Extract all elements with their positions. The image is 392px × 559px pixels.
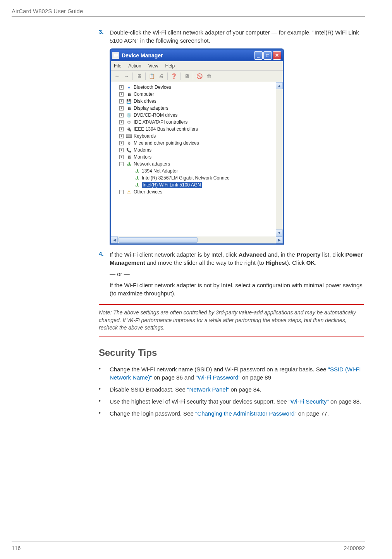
tree-label: Other devices bbox=[134, 189, 162, 195]
bullet-3: • Use the highest level of Wi-Fi securit… bbox=[99, 397, 364, 405]
maximize-button[interactable]: □ bbox=[263, 51, 272, 60]
expand-icon[interactable]: + bbox=[119, 148, 124, 152]
window-titlebar: 🖳 Device Manager _ □ ✕ bbox=[111, 50, 283, 61]
close-button[interactable]: ✕ bbox=[273, 51, 281, 60]
doc-number: 2400092 bbox=[344, 545, 365, 551]
expand-icon[interactable]: + bbox=[119, 106, 124, 110]
tree-row-mice[interactable]: + 🖱 Mice and other pointing devices bbox=[112, 140, 275, 147]
expand-icon[interactable]: + bbox=[119, 113, 124, 117]
minimize-button[interactable]: _ bbox=[254, 51, 263, 60]
expand-icon[interactable]: + bbox=[119, 120, 124, 124]
ieee-icon: 🔌 bbox=[126, 126, 132, 132]
vertical-scrollbar[interactable]: ▲ ▼ bbox=[276, 82, 283, 236]
help-icon[interactable]: ❓ bbox=[170, 72, 178, 80]
menu-view[interactable]: View bbox=[148, 63, 158, 69]
forward-icon[interactable]: → bbox=[122, 72, 130, 80]
link-admin-password[interactable]: "Changing the Administrator Password" bbox=[195, 410, 297, 417]
scroll-h-track[interactable] bbox=[118, 236, 276, 243]
step-3-text: Double-click the Wi-Fi client network ad… bbox=[110, 28, 364, 45]
tree-label: Keyboards bbox=[134, 133, 156, 139]
collapse-icon[interactable]: − bbox=[119, 190, 124, 194]
keyboard-icon: ⌨ bbox=[126, 133, 132, 139]
security-tips-heading: Security Tips bbox=[99, 347, 364, 358]
expand-icon[interactable]: + bbox=[119, 127, 124, 131]
scroll-right-icon[interactable]: ▶ bbox=[276, 236, 283, 243]
tree-label: Disk drives bbox=[134, 98, 156, 104]
page-number: 116 bbox=[12, 545, 21, 551]
other-icon: ⚠ bbox=[126, 189, 132, 195]
link-wifi-password[interactable]: "Wi-Fi Password" bbox=[196, 374, 241, 381]
expand-icon[interactable]: + bbox=[119, 92, 124, 97]
toolbar-separator bbox=[145, 72, 146, 80]
bluetooth-icon: ● bbox=[126, 85, 132, 90]
dvd-icon: 💿 bbox=[126, 112, 132, 118]
disk-icon: 💾 bbox=[126, 98, 132, 104]
print-icon[interactable]: 🖨 bbox=[157, 72, 165, 80]
tree-row-keyboards[interactable]: + ⌨ Keyboards bbox=[112, 133, 275, 140]
properties-icon[interactable]: 📋 bbox=[148, 72, 156, 80]
tree-row-ieee[interactable]: + 🔌 IEEE 1394 Bus host controllers bbox=[112, 126, 275, 133]
toolbar-separator bbox=[180, 72, 181, 80]
tree-area: + ● Bluetooth Devices + 🖥 Computer + 💾 D… bbox=[111, 82, 283, 236]
tree-row-other[interactable]: − ⚠ Other devices bbox=[112, 188, 275, 195]
expand-icon[interactable]: + bbox=[119, 85, 124, 90]
horizontal-scrollbar[interactable]: ◀ ▶ bbox=[111, 236, 283, 243]
window-icon: 🖳 bbox=[112, 52, 119, 59]
devices-icon[interactable]: 🖥 bbox=[135, 72, 143, 80]
scroll-track[interactable] bbox=[276, 89, 283, 229]
expand-icon[interactable]: + bbox=[119, 134, 124, 138]
scan-icon[interactable]: 🖥 bbox=[183, 72, 191, 80]
device-tree[interactable]: + ● Bluetooth Devices + 🖥 Computer + 💾 D… bbox=[111, 82, 276, 236]
step-3-number: 3. bbox=[99, 28, 110, 45]
step-4-alt: If the Wi-Fi client network adapter is n… bbox=[110, 281, 364, 297]
disable-icon[interactable]: 🚫 bbox=[196, 72, 203, 80]
tree-row-monitors[interactable]: + 🖥 Monitors bbox=[112, 154, 275, 160]
scroll-up-icon[interactable]: ▲ bbox=[276, 82, 283, 89]
menu-help[interactable]: Help bbox=[165, 63, 175, 69]
uninstall-icon[interactable]: 🗑 bbox=[205, 72, 213, 80]
tree-row-net3[interactable]: 🖧 Intel(R) WiFi Link 5100 AGN bbox=[112, 181, 275, 188]
tree-label: Monitors bbox=[134, 154, 151, 160]
bullet-1-text: Change the Wi-Fi network name (SSID) and… bbox=[110, 365, 364, 381]
tree-row-network[interactable]: − 🖧 Network adapters bbox=[112, 160, 275, 167]
ide-icon: ⚙ bbox=[126, 119, 132, 125]
scroll-left-icon[interactable]: ◀ bbox=[111, 236, 118, 243]
tree-label: DVD/CD-ROM drives bbox=[134, 112, 177, 118]
expand-icon[interactable]: + bbox=[119, 155, 124, 159]
bullet-icon: • bbox=[99, 397, 110, 405]
computer-icon: 🖥 bbox=[126, 91, 132, 97]
link-wifi-security[interactable]: "Wi-Fi Security" bbox=[289, 398, 329, 405]
bullet-4-text: Change the login password. See "Changing… bbox=[110, 409, 364, 418]
tree-row-dvd[interactable]: + 💿 DVD/CD-ROM drives bbox=[112, 112, 275, 119]
scroll-thumb[interactable] bbox=[119, 237, 198, 243]
tree-label: Mice and other pointing devices bbox=[134, 140, 199, 146]
expand-icon[interactable]: + bbox=[119, 141, 124, 145]
tree-row-net1[interactable]: 🖧 1394 Net Adapter bbox=[112, 167, 275, 174]
tree-row-ide[interactable]: + ⚙ IDE ATA/ATAPI controllers bbox=[112, 119, 275, 126]
tree-label: Network adapters bbox=[134, 161, 170, 167]
display-icon: 🖥 bbox=[126, 105, 132, 111]
mouse-icon: 🖱 bbox=[126, 140, 132, 146]
scroll-down-icon[interactable]: ▼ bbox=[276, 229, 283, 236]
tree-row-modems[interactable]: + 📞 Modems bbox=[112, 147, 275, 154]
tree-label: Display adapters bbox=[134, 105, 168, 111]
menu-action[interactable]: Action bbox=[128, 63, 141, 69]
toolbar-separator bbox=[193, 72, 193, 80]
tree-row-display[interactable]: + 🖥 Display adapters bbox=[112, 105, 275, 112]
tree-label: 1394 Net Adapter bbox=[142, 168, 178, 174]
expand-icon[interactable]: + bbox=[119, 99, 124, 104]
bullet-icon: • bbox=[99, 365, 110, 381]
adapter-icon: 🖧 bbox=[134, 182, 140, 188]
tree-row-net2[interactable]: 🖧 Intel(R) 82567LM Gigabit Network Conne… bbox=[112, 174, 275, 181]
tree-label: Computer bbox=[134, 91, 154, 97]
tree-row-bluetooth[interactable]: + ● Bluetooth Devices bbox=[112, 84, 275, 91]
back-icon[interactable]: ← bbox=[113, 72, 121, 80]
link-network-panel[interactable]: "Network Panel" bbox=[187, 386, 229, 393]
tree-row-computer[interactable]: + 🖥 Computer bbox=[112, 91, 275, 98]
toolbar-separator bbox=[167, 72, 168, 80]
menu-file[interactable]: File bbox=[114, 63, 121, 69]
collapse-icon[interactable]: − bbox=[119, 162, 124, 166]
menubar: File Action View Help bbox=[111, 61, 283, 71]
tree-row-disk[interactable]: + 💾 Disk drives bbox=[112, 98, 275, 105]
note-box: Note: The above settings are often contr… bbox=[99, 304, 364, 336]
